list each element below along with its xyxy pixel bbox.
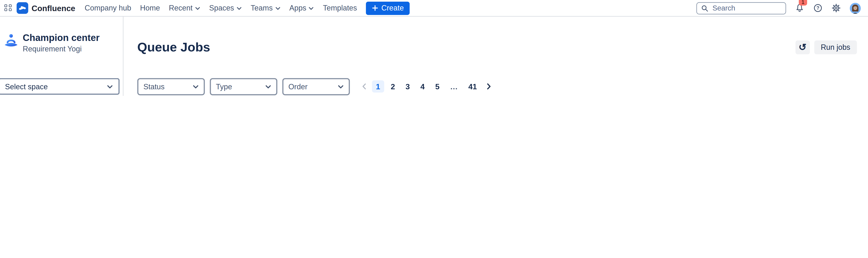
user-avatar[interactable] xyxy=(850,2,861,13)
space-select[interactable]: Select space xyxy=(0,78,120,95)
app-switcher-icon[interactable] xyxy=(4,4,12,12)
nav-templates[interactable]: Templates xyxy=(323,4,357,12)
nav-apps[interactable]: Apps xyxy=(289,4,314,12)
chevron-down-icon xyxy=(195,6,200,10)
space-select-value: Select space xyxy=(5,82,48,90)
refresh-button[interactable]: ↺ xyxy=(795,41,810,55)
confluence-logo-icon[interactable] xyxy=(17,2,28,14)
notification-badge: 1 xyxy=(799,0,807,5)
topbar-right-cluster: 1 ? xyxy=(696,2,861,14)
product-name: Confluence xyxy=(31,4,75,12)
refresh-icon: ↺ xyxy=(799,43,806,52)
chevron-down-icon xyxy=(309,6,314,10)
page-ellipsis: … xyxy=(446,81,462,93)
page-1[interactable]: 1 xyxy=(372,81,384,93)
chevron-down-icon xyxy=(193,84,199,89)
nav-company-hub[interactable]: Company hub xyxy=(85,4,131,12)
page-5[interactable]: 5 xyxy=(431,81,443,93)
nav-teams[interactable]: Teams xyxy=(251,4,280,12)
search-input[interactable] xyxy=(711,3,778,13)
sidebar: Champion center Requirement Yogi Select … xyxy=(0,17,123,96)
question-circle-icon: ? xyxy=(813,3,823,13)
page-3[interactable]: 3 xyxy=(402,81,414,93)
help-button[interactable]: ? xyxy=(813,3,823,13)
chevron-down-icon xyxy=(236,6,242,10)
gear-icon xyxy=(831,3,841,13)
run-jobs-button[interactable]: Run jobs xyxy=(814,41,857,55)
chevron-down-icon xyxy=(338,84,344,89)
search-box[interactable] xyxy=(696,2,786,14)
chevron-down-icon xyxy=(265,84,271,89)
main-content: Queue Jobs ↺ Run jobs Status Type Order xyxy=(123,17,868,96)
nav-home[interactable]: Home xyxy=(140,4,160,12)
top-navigation-bar: Confluence Company hub Home Recent Space… xyxy=(0,0,868,17)
previous-page-button[interactable] xyxy=(359,83,369,90)
pagination: 1 2 3 4 5 … 41 xyxy=(359,81,493,93)
nav-recent[interactable]: Recent xyxy=(169,4,200,12)
create-button[interactable]: Create xyxy=(366,1,410,15)
requirement-yogi-icon xyxy=(3,33,19,49)
app-subtitle: Requirement Yogi xyxy=(23,45,99,53)
app-title: Champion center xyxy=(23,33,99,44)
status-filter-select[interactable]: Status xyxy=(137,78,205,95)
settings-button[interactable] xyxy=(831,3,841,13)
order-filter-select[interactable]: Order xyxy=(282,78,350,95)
search-icon xyxy=(701,4,709,12)
svg-text:?: ? xyxy=(816,5,819,11)
page-2[interactable]: 2 xyxy=(387,81,399,93)
plus-icon xyxy=(372,5,378,11)
page-4[interactable]: 4 xyxy=(416,81,429,93)
main-nav: Company hub Home Recent Spaces Teams App… xyxy=(85,4,357,12)
chevron-down-icon xyxy=(107,84,113,89)
next-page-button[interactable] xyxy=(484,83,493,90)
type-filter-select[interactable]: Type xyxy=(210,78,277,95)
chevron-down-icon xyxy=(275,6,280,10)
notifications-button[interactable]: 1 xyxy=(795,3,804,13)
nav-spaces[interactable]: Spaces xyxy=(209,4,242,12)
confluence-app: Confluence Company hub Home Recent Space… xyxy=(0,0,868,96)
page-41[interactable]: 41 xyxy=(464,81,481,93)
page-title: Queue Jobs xyxy=(137,40,210,55)
app-header: Champion center Requirement Yogi xyxy=(3,33,99,53)
chevron-right-icon xyxy=(486,83,491,90)
chevron-left-icon xyxy=(362,83,367,90)
